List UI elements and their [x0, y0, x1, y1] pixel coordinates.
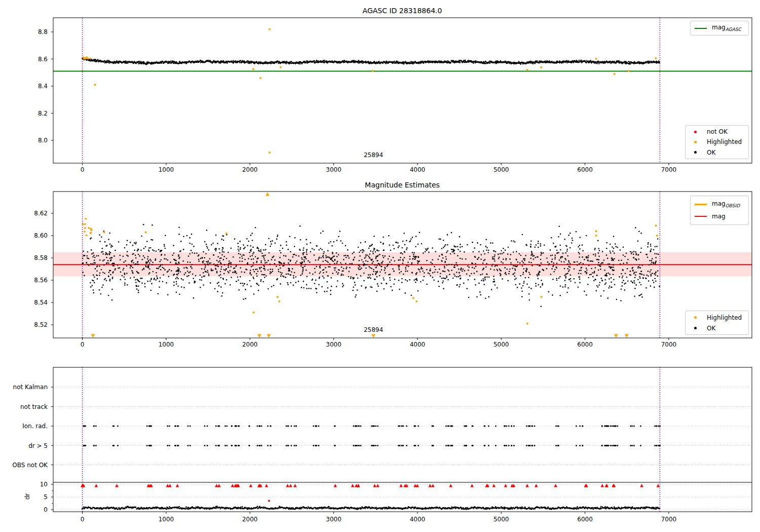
xtick-label: 2000 — [230, 340, 270, 349]
xtick-label: 7000 — [649, 515, 689, 523]
mag-obsid-line-swatch — [695, 204, 707, 205]
ok-label2: OK — [707, 325, 715, 332]
highlighted-label: Highlighted — [707, 138, 742, 145]
ytick-label-plot2: 8.52 — [0, 321, 48, 329]
figure: { "colors": { "ok_point": "#000000", "hi… — [0, 0, 760, 532]
xtick-label: 4000 — [397, 166, 438, 174]
ytick-label-plot1: 8.6 — [0, 55, 48, 63]
xtick-label: 6000 — [565, 515, 605, 523]
mag-agasc-label: magAGASC — [712, 24, 741, 32]
xtick-label: 1000 — [146, 166, 186, 174]
xtick-label: 7000 — [649, 166, 689, 174]
highlighted-dot-swatch2 — [694, 316, 697, 319]
charts-canvas — [0, 0, 760, 532]
flag-category-label: OBS not OK — [0, 461, 48, 469]
flag-category-label: Ion. rad. — [0, 422, 48, 430]
xtick-label: 4000 — [397, 340, 438, 349]
flag-category-label: dr > 5 — [0, 442, 48, 450]
plot1-legend-magagasc: magAGASC — [690, 21, 749, 35]
not-ok-dot-swatch — [694, 131, 697, 133]
plot2-obsid-annotation: 25894 — [351, 326, 396, 333]
plot1-legend-points: not OK Highlighted OK — [685, 125, 749, 159]
xtick-label: 2000 — [230, 515, 270, 523]
highlighted-label2: Highlighted — [707, 314, 742, 321]
plot2-legend-lines: magOBSID mag — [690, 196, 749, 225]
xtick-label: 3000 — [314, 166, 354, 174]
not-ok-label: not OK — [707, 128, 728, 135]
xtick-label: 7000 — [649, 340, 689, 349]
ok-dot-swatch2 — [694, 327, 697, 329]
xtick-label: 1000 — [146, 340, 186, 349]
ytick-label-plot2: 8.56 — [0, 276, 48, 284]
mag-obsid-label: magOBSID — [712, 200, 740, 208]
xtick-label: 1000 — [146, 515, 186, 523]
xtick-label: 3000 — [314, 515, 354, 523]
ok-label: OK — [707, 149, 715, 156]
plot1-obsid-annotation: 25894 — [351, 151, 396, 159]
xtick-label: 6000 — [565, 340, 605, 349]
ytick-label-plot2: 8.62 — [0, 209, 48, 217]
xtick-label: 5000 — [481, 166, 521, 174]
mag-line-swatch — [695, 216, 707, 217]
xtick-label: 5000 — [481, 515, 521, 523]
xtick-label: 0 — [62, 515, 103, 523]
dr-tick-label: 5 — [0, 493, 48, 501]
ytick-label-plot1: 8.8 — [0, 28, 48, 36]
ytick-label-plot1: 8.0 — [0, 136, 48, 144]
xtick-label: 5000 — [481, 340, 521, 349]
plot1-title: AGASC ID 28318864.0 — [276, 7, 529, 15]
ok-dot-swatch — [694, 151, 697, 154]
highlighted-dot-swatch — [694, 141, 697, 143]
xtick-label: 2000 — [230, 166, 270, 174]
ytick-label-plot2: 8.54 — [0, 298, 48, 307]
ytick-label-plot2: 8.58 — [0, 254, 48, 262]
xtick-label: 0 — [62, 166, 103, 174]
xtick-label: 3000 — [314, 340, 354, 349]
dr-tick-label: 10 — [0, 480, 48, 488]
xtick-label: 4000 — [397, 515, 438, 523]
ytick-label-plot1: 8.4 — [0, 82, 48, 90]
mag-agasc-line-swatch — [695, 28, 707, 29]
ytick-label-plot1: 8.2 — [0, 109, 48, 118]
mag-label: mag — [712, 213, 726, 220]
xtick-label: 0 — [62, 340, 103, 349]
ytick-label-plot2: 8.60 — [0, 232, 48, 240]
plot2-legend-points: Highlighted OK — [685, 311, 749, 335]
flag-category-label: not Kalman — [0, 383, 48, 391]
flag-category-label: not track — [0, 403, 48, 411]
xtick-label: 6000 — [565, 166, 605, 174]
dr-tick-label: 0 — [0, 506, 48, 514]
plot2-title: Magnitude Estimates — [276, 181, 529, 189]
